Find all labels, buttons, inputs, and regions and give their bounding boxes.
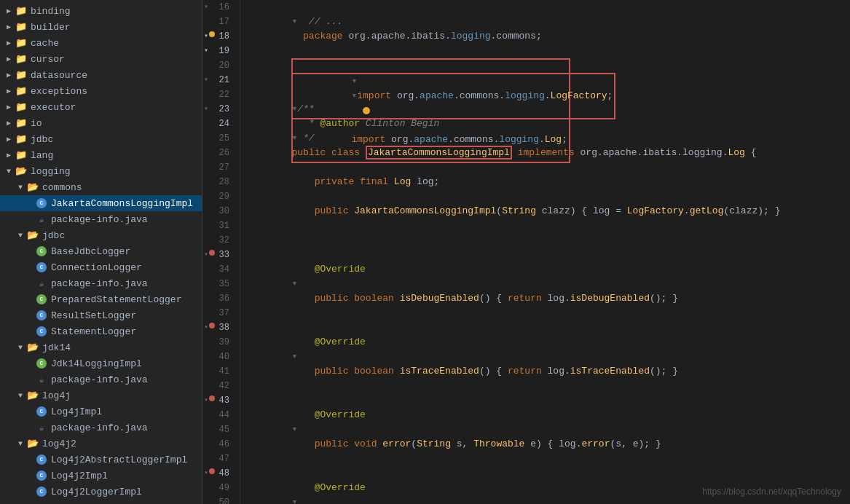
- sidebar-item-jdbc2[interactable]: ▼ 📂 jdbc: [0, 227, 202, 243]
- arrow-logging: ▼: [3, 168, 15, 176]
- code-content[interactable]: ▾ // ... package org.apache.ibatis.loggi…: [240, 0, 850, 504]
- sidebar-item-builder[interactable]: ▶ 📁 builder: [0, 19, 202, 35]
- sidebar-item-cache[interactable]: ▶ 📁 cache: [0, 35, 202, 51]
- code-line-19: ▾import org.apache.commons.logging.LogFa…: [246, 58, 850, 73]
- class-icon-log4j2abstract: C: [35, 454, 48, 465]
- file-tree[interactable]: ▶ 📁 binding ▶ 📁 builder ▶ 📁 cache ▶ 📁 cu…: [0, 0, 202, 504]
- sidebar-item-log4j[interactable]: ▼ 📂 log4j: [0, 387, 202, 403]
- arrow-exceptions: ▶: [3, 87, 15, 95]
- sidebar-item-package-commons[interactable]: ☕ package-info.java: [0, 211, 202, 227]
- arrow-cursor: ▶: [3, 55, 15, 63]
- sidebar-label-cache: cache: [31, 38, 59, 49]
- arrow-builder: ▶: [3, 23, 15, 31]
- java-file-icon-log4j: ☕: [35, 422, 48, 433]
- fold-19: ▾: [204, 44, 208, 58]
- fold-16: ▾: [204, 0, 208, 15]
- sidebar-item-connlogger[interactable]: C ConnectionLogger: [0, 259, 202, 275]
- folder-icon-commons: 📂: [26, 182, 39, 192]
- fold-48: ▾: [204, 466, 208, 481]
- folder-icon-cache: 📁: [15, 38, 28, 48]
- sidebar-label-datasource: datasource: [31, 70, 87, 81]
- sidebar-item-package-log4j[interactable]: ☕ package-info.java: [0, 420, 202, 436]
- sidebar-item-package-log4j2[interactable]: ☕ package-info.java: [0, 500, 202, 504]
- fold-43: ▾: [204, 393, 208, 408]
- sidebar-item-jdk14[interactable]: ▼ 📂 jdk14: [0, 339, 202, 355]
- class-icon-jdk14impl: C: [35, 358, 48, 369]
- sidebar-item-package-jdbc[interactable]: ☕ package-info.java: [0, 275, 202, 291]
- folder-icon-cursor: 📁: [15, 54, 28, 64]
- java-file-icon-jdbc: ☕: [35, 278, 48, 288]
- code-editor[interactable]: ▾ 16 17 ▾ 18 ▾ 19 20 ▾ 21 22 ▾: [202, 0, 850, 504]
- folder-icon-executor: 📁: [15, 102, 28, 112]
- folder-icon-jdbc2: 📂: [26, 230, 39, 240]
- folder-icon-binding: 📁: [15, 6, 28, 16]
- sidebar-item-package-jdk14[interactable]: ☕ package-info.java: [0, 371, 202, 387]
- sidebar-item-lang[interactable]: ▶ 📁 lang: [0, 147, 202, 163]
- folder-icon-log4j2: 📂: [26, 438, 39, 449]
- sidebar-item-commons[interactable]: ▼ 📂 commons: [0, 179, 202, 195]
- sidebar-item-stmtlogger[interactable]: C StatementLogger: [0, 323, 202, 339]
- sidebar-label-executor: executor: [31, 102, 76, 113]
- sidebar-item-resultset[interactable]: C ResultSetLogger: [0, 307, 202, 323]
- sidebar-label-basejdbc: BaseJdbcLogger: [51, 246, 130, 257]
- arrow-lang: ▶: [3, 151, 15, 160]
- sidebar-label-package-commons: package-info.java: [51, 214, 148, 225]
- sidebar-label-log4j2impl: Log4j2Impl: [51, 470, 108, 481]
- arrow-jdbc: ▶: [3, 135, 15, 143]
- folder-icon-jdk14: 📂: [26, 342, 39, 353]
- sidebar-label-exceptions: exceptions: [31, 86, 87, 97]
- folder-icon-builder: 📁: [15, 22, 28, 32]
- sidebar-label-log4jimpl: Log4jImpl: [51, 406, 102, 417]
- arrow-io: ▶: [3, 119, 15, 127]
- folder-icon-lang: 📁: [15, 150, 28, 160]
- code-line-18: ▾ import org.apache.commons.logging.Log;: [246, 44, 850, 58]
- sidebar-item-log4j2[interactable]: ▼ 📂 log4j2: [0, 436, 202, 452]
- sidebar-item-log4j2abstract[interactable]: C Log4j2AbstractLoggerImpl: [0, 452, 202, 468]
- sidebar-label-stmtlogger: StatementLogger: [51, 326, 136, 337]
- sidebar-item-cursor[interactable]: ▶ 📁 cursor: [0, 51, 202, 67]
- sidebar-label-connlogger: ConnectionLogger: [51, 262, 142, 273]
- sidebar-item-jakarta[interactable]: C JakartaCommonsLoggingImpl: [0, 195, 202, 211]
- sidebar-label-jdbc2: jdbc: [42, 230, 65, 241]
- sidebar-item-log4j2logger[interactable]: C Log4j2LoggerImpl: [0, 484, 202, 500]
- sidebar-label-jdk14: jdk14: [42, 342, 71, 353]
- sidebar-item-logging[interactable]: ▼ 📂 logging: [0, 163, 202, 179]
- java-file-icon-commons: ☕: [35, 214, 48, 224]
- class-icon-log4j2logger: C: [35, 487, 48, 497]
- sidebar-item-executor[interactable]: ▶ 📁 executor: [0, 99, 202, 115]
- fold-21: ▾: [204, 73, 208, 87]
- sidebar-item-jdk14impl[interactable]: C Jdk14LoggingImpl: [0, 355, 202, 371]
- code-line-41: [246, 379, 850, 393]
- class-icon-stmtlogger: C: [35, 326, 48, 336]
- class-icon-connlogger: C: [35, 262, 48, 272]
- sidebar-label-jdk14impl: Jdk14LoggingImpl: [51, 358, 142, 369]
- sidebar-item-log4jimpl[interactable]: C Log4jImpl: [0, 403, 202, 420]
- sidebar-item-log4j2impl[interactable]: C Log4j2Impl: [0, 468, 202, 484]
- fold-38: ▾: [204, 320, 208, 335]
- fold-23: ▾: [204, 102, 208, 117]
- sidebar-label-package-jdk14: package-info.java: [51, 374, 148, 385]
- sidebar-label-package-jdbc: package-info.java: [51, 278, 148, 289]
- sidebar-item-jdbc[interactable]: ▶ 📁 jdbc: [0, 131, 202, 147]
- sidebar-label-log4j2: log4j2: [42, 438, 76, 449]
- sidebar-item-basejdbc[interactable]: C BaseJdbcLogger: [0, 243, 202, 259]
- java-file-icon-jdk14: ☕: [35, 374, 48, 385]
- code-line-37: @Override: [246, 320, 850, 335]
- sidebar-item-exceptions[interactable]: ▶ 📁 exceptions: [0, 83, 202, 99]
- sidebar-label-resultset: ResultSetLogger: [51, 310, 136, 321]
- arrow-log4j: ▼: [15, 392, 26, 400]
- arrow-binding: ▶: [3, 7, 15, 15]
- sidebar-label-cursor: cursor: [31, 54, 65, 65]
- sidebar-item-binding[interactable]: ▶ 📁 binding: [0, 3, 202, 19]
- sidebar-item-datasource[interactable]: ▶ 📁 datasource: [0, 67, 202, 83]
- watermark: https://blog.csdn.net/xqqTechnology: [702, 487, 841, 497]
- arrow-jdbc2: ▼: [15, 232, 26, 240]
- code-line-16: ▾ // ...: [246, 0, 850, 15]
- fold-33: ▾: [204, 248, 208, 262]
- folder-icon-io: 📁: [15, 118, 28, 128]
- sidebar-item-io[interactable]: ▶ 📁 io: [0, 115, 202, 131]
- folder-icon-logging: 📂: [15, 166, 28, 176]
- sidebar-item-preparedstmt[interactable]: C PreparedStatementLogger: [0, 291, 202, 307]
- arrow-jdk14: ▼: [15, 344, 26, 352]
- arrow-executor: ▶: [3, 103, 15, 111]
